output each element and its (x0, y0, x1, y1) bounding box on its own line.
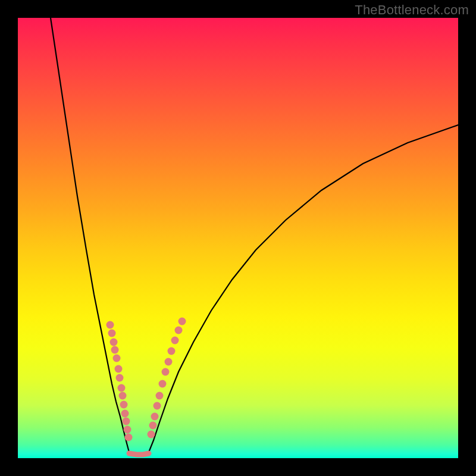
marker-dot (171, 337, 179, 345)
right-curve (149, 125, 458, 452)
plot-area (18, 18, 458, 458)
marker-dot (108, 330, 116, 337)
left-curve (51, 18, 129, 452)
watermark-text: TheBottleneck.com (355, 2, 469, 18)
marker-dot (165, 358, 173, 366)
marker-dot (151, 413, 159, 421)
marker-dot (125, 434, 133, 441)
marker-dot (120, 401, 128, 409)
marker-dot (149, 422, 157, 430)
marker-dot (118, 384, 126, 392)
marker-dot (111, 346, 119, 354)
marker-dot (154, 402, 161, 410)
marker-dot (113, 355, 121, 362)
marker-dot (121, 410, 129, 418)
marker-dot (116, 374, 124, 382)
marker-dot (123, 418, 130, 425)
chart-frame: TheBottleneck.com (0, 0, 476, 476)
marker-dot (162, 368, 170, 376)
bottom-flat-segment (129, 453, 149, 455)
chart-svg (18, 18, 458, 458)
marker-dot (168, 347, 176, 355)
marker-dots (107, 318, 186, 441)
marker-dot (175, 327, 183, 334)
marker-dot (148, 431, 155, 439)
marker-dot (107, 321, 114, 329)
marker-dot (156, 392, 164, 400)
marker-dot (124, 426, 131, 434)
marker-dot (110, 339, 118, 346)
marker-dot (178, 318, 186, 325)
marker-dot (115, 365, 123, 373)
marker-dot (119, 392, 127, 400)
marker-dot (159, 380, 167, 388)
